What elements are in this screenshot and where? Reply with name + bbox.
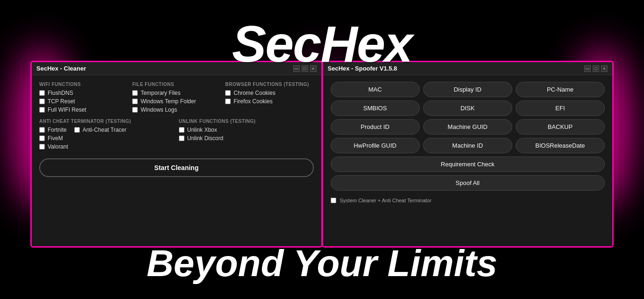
status-bar: System Cleaner + Anti Cheat Terminator <box>331 198 605 203</box>
firefox-cookies-item[interactable]: Firefox Cookies <box>225 98 313 105</box>
hwprofile-guid-btn[interactable]: HwProfile GUID <box>331 138 420 153</box>
unlink-header: UNLINK FUNCTIONS (testing) <box>179 119 314 124</box>
win-logs-checkbox[interactable] <box>132 107 138 113</box>
bios-release-date-btn[interactable]: BIOSReleaseDate <box>516 138 605 153</box>
unlink-discord-item[interactable]: Unlink Discord <box>179 135 314 142</box>
anti-cheat-row1: Fortnite Anti-Cheat Tracer <box>39 127 174 135</box>
tcp-reset-item[interactable]: TCP Reset <box>39 98 127 105</box>
disk-btn[interactable]: DISK <box>423 100 512 116</box>
temp-files-item[interactable]: Temporary Files <box>132 90 220 96</box>
win-temp-label: Windows Temp Folder <box>141 98 196 105</box>
left-window-title: SecHex - Cleaner <box>36 65 86 72</box>
left-title-controls: — □ × <box>293 65 317 72</box>
mac-btn[interactable]: MAC <box>331 82 420 97</box>
tcp-reset-label: TCP Reset <box>48 98 75 105</box>
left-title-bar: SecHex - Cleaner — □ × <box>32 62 321 75</box>
display-id-btn[interactable]: Display ID <box>423 82 512 97</box>
anti-cheat-tracer-label: Anti-Cheat Tracer <box>83 127 127 133</box>
flushdns-item[interactable]: FlushDNS <box>39 90 127 96</box>
machine-guid-btn[interactable]: Machine GUID <box>423 119 512 135</box>
tcp-reset-checkbox[interactable] <box>39 99 45 104</box>
requirement-check-btn[interactable]: Requirement Check <box>331 157 605 172</box>
temp-files-label: Temporary Files <box>141 90 180 96</box>
windows-container: SecHex - Cleaner — □ × WIFI FUNCTIONS Fl… <box>30 61 614 248</box>
unlink-xbox-label: Unlink Xbox <box>187 127 217 133</box>
spoof-row-2: SMBIOS DISK EFI <box>331 100 605 116</box>
unlink-xbox-checkbox[interactable] <box>179 127 184 133</box>
anti-cheat-tracer-checkbox[interactable] <box>74 127 80 133</box>
unlink-discord-label: Unlink Discord <box>187 135 223 142</box>
browser-header: BROWSER FUNCTIONS (testing) <box>225 82 313 87</box>
wifi-reset-item[interactable]: Full WIFI Reset <box>39 107 127 113</box>
spoof-row-4: HwProfile GUID Machine ID BIOSReleaseDat… <box>331 138 605 153</box>
chrome-cookies-item[interactable]: Chrome Cookies <box>225 90 313 96</box>
wifi-reset-label: Full WIFI Reset <box>48 107 86 113</box>
status-text: System Cleaner + Anti Cheat Terminator <box>340 198 432 203</box>
right-window-content: MAC Display ID PC-Name SMBIOS DISK EFI P… <box>323 75 613 246</box>
firefox-cookies-label: Firefox Cookies <box>234 98 272 105</box>
spoof-row-1: MAC Display ID PC-Name <box>331 82 605 97</box>
wifi-reset-checkbox[interactable] <box>39 107 45 113</box>
firefox-cookies-checkbox[interactable] <box>225 99 231 104</box>
functions-layout: WIFI FUNCTIONS FlushDNS TCP Reset Full W… <box>39 82 314 115</box>
big-subtitle: Beyond Your Limits <box>147 242 497 285</box>
unlink-section: UNLINK FUNCTIONS (testing) Unlink Xbox U… <box>179 119 314 152</box>
status-checkbox[interactable] <box>331 198 336 203</box>
file-header: FILE FUNCTIONS <box>132 82 220 87</box>
right-title-bar: SecHex - Spoofer V1.5.8 — □ × <box>323 62 613 75</box>
right-close-btn[interactable]: × <box>601 65 608 72</box>
maximize-btn[interactable]: □ <box>302 65 308 72</box>
backup-btn[interactable]: BACKUP <box>516 119 605 135</box>
right-title-controls: — □ × <box>584 65 608 72</box>
win-temp-item[interactable]: Windows Temp Folder <box>132 98 220 105</box>
wifi-section: WIFI FUNCTIONS FlushDNS TCP Reset Full W… <box>39 82 127 115</box>
close-btn[interactable]: × <box>310 65 317 72</box>
valorant-checkbox[interactable] <box>39 144 45 150</box>
smbios-btn[interactable]: SMBIOS <box>331 100 420 116</box>
unlink-discord-checkbox[interactable] <box>179 135 184 141</box>
right-minimize-btn[interactable]: — <box>584 65 591 72</box>
valorant-label: Valorant <box>48 143 68 150</box>
anti-cheat-tracer-item[interactable]: Anti-Cheat Tracer <box>74 127 127 133</box>
win-temp-checkbox[interactable] <box>132 99 138 104</box>
file-section: FILE FUNCTIONS Temporary Files Windows T… <box>132 82 220 115</box>
chrome-cookies-label: Chrome Cookies <box>234 90 275 96</box>
fortnite-item[interactable]: Fortnite <box>39 127 67 133</box>
machine-id-btn[interactable]: Machine ID <box>423 138 512 153</box>
left-window-content: WIFI FUNCTIONS FlushDNS TCP Reset Full W… <box>32 75 321 246</box>
fortnite-checkbox[interactable] <box>39 127 45 133</box>
flushdns-label: FlushDNS <box>48 90 73 96</box>
unlink-xbox-item[interactable]: Unlink Xbox <box>179 127 314 133</box>
pc-name-btn[interactable]: PC-Name <box>516 82 605 97</box>
spoof-all-btn[interactable]: Spoof All <box>331 175 605 191</box>
right-window: SecHex - Spoofer V1.5.8 — □ × MAC Displa… <box>323 62 613 246</box>
anti-cheat-section: ANTI CHEAT TERMINATOR (testing) Fortnite… <box>39 119 174 152</box>
temp-files-checkbox[interactable] <box>132 90 138 96</box>
valorant-item[interactable]: Valorant <box>39 143 174 150</box>
fortnite-label: Fortnite <box>48 127 67 133</box>
anti-cheat-header: ANTI CHEAT TERMINATOR (testing) <box>39 119 174 124</box>
spoof-row-3: Product ID Machine GUID BACKUP <box>331 119 605 135</box>
minimize-btn[interactable]: — <box>293 65 300 72</box>
win-logs-item[interactable]: Windows Logs <box>132 107 220 113</box>
efi-btn[interactable]: EFI <box>516 100 605 116</box>
right-window-wrapper: SecHex - Spoofer V1.5.8 — □ × MAC Displa… <box>322 61 614 248</box>
left-window-wrapper: SecHex - Cleaner — □ × WIFI FUNCTIONS Fl… <box>30 61 323 248</box>
win-logs-label: Windows Logs <box>141 107 177 113</box>
chrome-cookies-checkbox[interactable] <box>225 90 231 96</box>
wifi-header: WIFI FUNCTIONS <box>39 82 127 87</box>
fivem-item[interactable]: FiveM <box>39 135 174 142</box>
fivem-label: FiveM <box>48 135 63 142</box>
right-maximize-btn[interactable]: □ <box>593 65 599 72</box>
flushdns-checkbox[interactable] <box>39 90 45 96</box>
fivem-checkbox[interactable] <box>39 135 45 141</box>
left-window: SecHex - Cleaner — □ × WIFI FUNCTIONS Fl… <box>32 62 321 246</box>
right-window-title: SecHex - Spoofer V1.5.8 <box>328 65 397 72</box>
start-cleaning-button[interactable]: Start Cleaning <box>39 158 314 177</box>
product-id-btn[interactable]: Product ID <box>331 119 420 135</box>
browser-section: BROWSER FUNCTIONS (testing) Chrome Cooki… <box>225 82 313 115</box>
